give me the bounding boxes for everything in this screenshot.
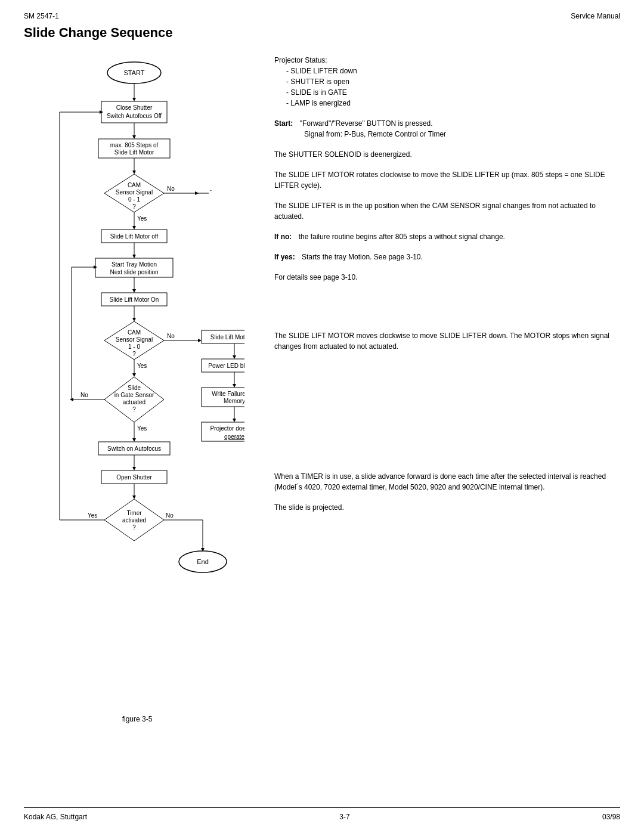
if-yes-section: If yes: Starts the tray Motion. See page… xyxy=(274,252,620,262)
svg-text:Close Shutter: Close Shutter xyxy=(116,104,153,111)
header-right: Service Manual xyxy=(571,12,620,20)
svg-text:Projector does not: Projector does not xyxy=(210,425,244,432)
svg-text:-: - xyxy=(210,187,212,193)
page-title: Slide Change Sequence xyxy=(24,25,620,41)
svg-text:Slide: Slide xyxy=(128,385,141,391)
status-item-3: SLIDE is in GATE xyxy=(286,87,620,98)
svg-marker-39 xyxy=(132,318,136,321)
svg-text:max. 805 Steps of: max. 805 Steps of xyxy=(110,142,159,148)
footer-center: 3-7 xyxy=(339,813,349,821)
svg-text:?: ? xyxy=(132,406,136,413)
svg-marker-50 xyxy=(132,373,136,377)
svg-text:Slide Lift Motor off: Slide Lift Motor off xyxy=(110,233,159,240)
svg-text:0 - 1: 0 - 1 xyxy=(128,196,140,203)
svg-text:Switch on Autofocus: Switch on Autofocus xyxy=(107,445,161,452)
svg-text:START: START xyxy=(123,69,144,76)
projector-status-section: Projector Status: SLIDE LIFTER down SHUT… xyxy=(274,55,620,109)
status-item-4: LAMP is energized xyxy=(286,98,620,109)
svg-text:Sensor Signal: Sensor Signal xyxy=(116,336,153,343)
if-yes-label: If yes: xyxy=(274,253,295,261)
shutter-section: The SHUTTER SOLENOID is deenergized. xyxy=(274,149,620,160)
details-text: For details see page 3-10. xyxy=(274,273,357,281)
timer-section: When a TIMER is in use, a slide advance … xyxy=(274,471,620,493)
text-area: Projector Status: SLIDE LIFTER down SHUT… xyxy=(262,55,620,723)
footer-left: Kodak AG, Stuttgart xyxy=(24,813,87,821)
svg-text:Yes: Yes xyxy=(137,363,147,369)
svg-marker-13 xyxy=(132,171,136,174)
svg-text:Power LED blinking: Power LED blinking xyxy=(208,363,244,369)
footer-right: 03/98 xyxy=(602,813,620,821)
flowchart-svg: START Close Shutter Switch Autofocus Off… xyxy=(24,55,244,711)
svg-text:?: ? xyxy=(132,351,136,357)
timer-text: When a TIMER is in use, a slide advance … xyxy=(274,472,606,491)
svg-text:Open Shutter: Open Shutter xyxy=(116,474,152,481)
motor-down-section: The SLIDE LIFT MOTOR moves clockwise to … xyxy=(274,330,620,352)
svg-text:operate: operate xyxy=(224,433,244,440)
flowchart-area: START Close Shutter Switch Autofocus Off… xyxy=(24,55,250,723)
status-list: SLIDE LIFTER down SHUTTER is open SLIDE … xyxy=(274,66,620,109)
svg-text:Slide Lift Motor off: Slide Lift Motor off xyxy=(210,334,244,340)
svg-marker-95 xyxy=(233,384,236,388)
slide-lift-section: The SLIDE LIFT MOTOR rotates clockwise t… xyxy=(274,169,620,191)
svg-marker-68 xyxy=(132,467,136,470)
svg-text:Memory: Memory xyxy=(224,398,244,404)
slide-projected-section: The slide is projected. xyxy=(274,502,620,513)
figure-label: figure 3-5 xyxy=(24,715,250,723)
svg-text:End: End xyxy=(197,558,209,565)
svg-text:in Gate Sensor: in Gate Sensor xyxy=(114,392,154,398)
cam-sensor-section: The SLIDE LIFTER is in the up position w… xyxy=(274,200,620,222)
content-area: START Close Shutter Switch Autofocus Off… xyxy=(24,55,620,723)
svg-text:Yes: Yes xyxy=(137,215,147,222)
svg-text:activated: activated xyxy=(122,517,146,524)
svg-text:?: ? xyxy=(132,203,136,210)
svg-marker-8 xyxy=(132,135,136,139)
svg-text:Next slide position: Next slide position xyxy=(110,269,158,275)
svg-text:actuated: actuated xyxy=(123,399,145,405)
if-no-label: If no: xyxy=(274,233,292,241)
if-yes-text: Starts the tray Motion. See page 3-10. xyxy=(302,253,423,261)
header: SM 2547-1 Service Manual xyxy=(24,12,620,20)
svg-marker-3 xyxy=(132,98,136,101)
motor-down-text: The SLIDE LIFT MOTOR moves clockwise to … xyxy=(274,332,609,351)
status-item-1: SLIDE LIFTER down xyxy=(286,66,620,76)
svg-text:Start Tray Motion: Start Tray Motion xyxy=(112,261,157,268)
details-section: For details see page 3-10. xyxy=(274,272,620,283)
svg-marker-72 xyxy=(132,496,136,499)
svg-text:No: No xyxy=(167,333,175,339)
start-text-line1: "Forward"/"Reverse" BUTTON is pressed. xyxy=(300,119,433,128)
start-text-line2: Signal from: P-Bus, Remote Control or Ti… xyxy=(304,130,446,138)
if-no-section: If no: the failure routine begins after … xyxy=(274,231,620,242)
svg-text:No: No xyxy=(167,185,175,192)
svg-text:Slide Lift Motor: Slide Lift Motor xyxy=(114,149,154,156)
slide-projected-text: The slide is projected. xyxy=(274,503,344,512)
svg-text:Yes: Yes xyxy=(137,425,147,432)
status-item-2: SHUTTER is open xyxy=(286,76,620,87)
header-left: SM 2547-1 xyxy=(24,12,59,20)
svg-marker-100 xyxy=(233,419,236,422)
if-no-text: the failure routine begins after 805 ste… xyxy=(299,233,505,241)
projector-status-label: Projector Status: xyxy=(274,55,620,66)
start-label: Start: xyxy=(274,119,293,128)
svg-text:CAM: CAM xyxy=(128,329,141,336)
cam-sensor-text: The SLIDE LIFTER is in the up position w… xyxy=(274,202,596,221)
svg-marker-91 xyxy=(233,355,236,359)
svg-marker-26 xyxy=(132,226,136,230)
page: SM 2547-1 Service Manual Slide Change Se… xyxy=(0,0,644,833)
svg-text:?: ? xyxy=(132,524,136,531)
svg-text:No: No xyxy=(166,512,174,519)
svg-text:Yes: Yes xyxy=(88,512,97,519)
svg-text:Timer: Timer xyxy=(126,510,142,516)
slide-lift-text: The SLIDE LIFT MOTOR rotates clockwise t… xyxy=(274,171,605,190)
svg-text:No: No xyxy=(80,392,88,398)
svg-text:1 - 0: 1 - 0 xyxy=(128,343,140,350)
svg-text:Slide Lift Motor On: Slide Lift Motor On xyxy=(110,296,159,303)
svg-text:Switch Autofocus Off: Switch Autofocus Off xyxy=(107,113,162,119)
shutter-text: The SHUTTER SOLENOID is deenergized. xyxy=(274,150,412,159)
svg-text:Sensor Signal: Sensor Signal xyxy=(116,189,153,196)
svg-marker-30 xyxy=(132,255,136,258)
svg-text:CAM: CAM xyxy=(128,182,141,188)
svg-marker-47 xyxy=(198,339,202,342)
svg-marker-35 xyxy=(132,289,136,293)
svg-text:Write Failure into: Write Failure into xyxy=(212,391,244,397)
start-section: Start: "Forward"/"Reverse" BUTTON is pre… xyxy=(274,118,620,140)
